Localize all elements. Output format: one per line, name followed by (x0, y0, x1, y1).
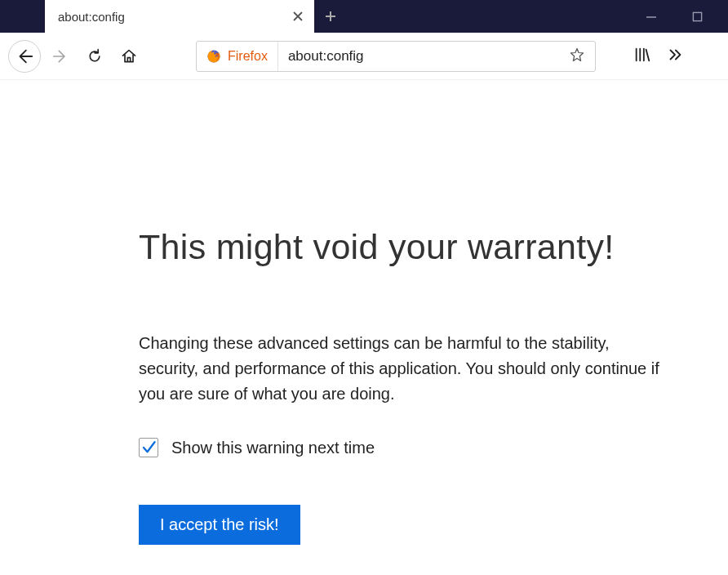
tab-title: about:config (58, 10, 283, 24)
toolbar-right (633, 46, 684, 67)
accept-risk-button[interactable]: I accept the risk! (139, 505, 300, 545)
svg-rect-0 (693, 12, 701, 20)
window-controls (643, 0, 728, 33)
minimize-button[interactable] (643, 8, 659, 25)
forward-button[interactable] (46, 42, 75, 71)
firefox-icon (206, 49, 221, 64)
address-bar[interactable]: Firefox about:config (196, 41, 596, 72)
bookmark-star-icon[interactable] (559, 47, 595, 66)
show-warning-label: Show this warning next time (171, 439, 375, 457)
overflow-menu-icon[interactable] (666, 46, 684, 67)
warning-headline: This might void your warranty! (139, 227, 679, 267)
home-button[interactable] (114, 42, 144, 71)
browser-tab[interactable]: about:config (45, 0, 314, 33)
tab-spacer (0, 0, 45, 33)
titlebar: about:config (0, 0, 728, 33)
warning-body: Changing these advanced settings can be … (139, 331, 661, 407)
back-button[interactable] (8, 40, 41, 73)
url-text: about:config (278, 48, 559, 65)
content-area: This might void your warranty! Changing … (0, 80, 728, 545)
toolbar: Firefox about:config (0, 33, 728, 80)
show-warning-checkbox-row: Show this warning next time (139, 438, 679, 457)
library-icon[interactable] (633, 46, 651, 67)
maximize-button[interactable] (689, 8, 705, 25)
identity-box[interactable]: Firefox (197, 42, 278, 71)
close-tab-icon[interactable] (291, 10, 304, 23)
tab-strip: about:config (0, 0, 643, 33)
show-warning-checkbox[interactable] (139, 438, 158, 457)
identity-label: Firefox (228, 49, 268, 64)
new-tab-button[interactable] (314, 0, 347, 33)
reload-button[interactable] (80, 42, 109, 71)
